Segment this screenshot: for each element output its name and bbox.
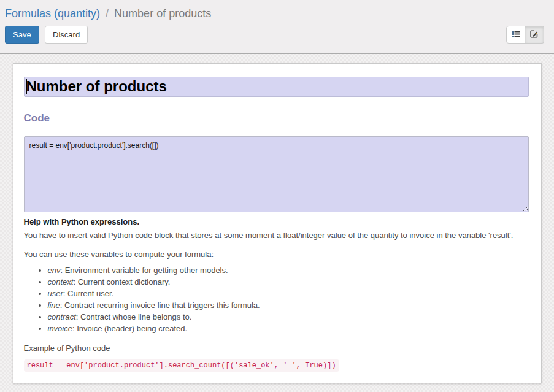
- list-icon: [511, 29, 521, 40]
- list-item: context: Current context dictionary.: [48, 277, 529, 286]
- form-view-button[interactable]: [525, 26, 544, 44]
- breadcrumb: Formulas (quantity) / Number of products: [5, 7, 544, 20]
- form-sheet: Code result = env['product.product'].sea…: [13, 63, 542, 383]
- list-item: line: Contract recurring invoice line th…: [48, 301, 529, 310]
- code-section-heading: Code: [24, 112, 529, 125]
- variable-description: : Current user.: [63, 289, 113, 298]
- variable-description: : Environment variable for getting other…: [60, 266, 228, 275]
- variable-term: contract: [48, 312, 76, 321]
- breadcrumb-parent-link[interactable]: Formulas (quantity): [5, 7, 100, 20]
- view-switcher: [506, 26, 544, 44]
- python-help-block: Help with Python expressions. You have t…: [24, 216, 529, 372]
- form-buttons: Save Discard: [5, 26, 88, 44]
- text-cursor: [26, 79, 27, 94]
- variable-term: context: [48, 277, 74, 286]
- breadcrumb-current: Number of products: [114, 7, 211, 20]
- form-view: Code result = env['product.product'].sea…: [0, 54, 554, 383]
- variable-term: invoice: [48, 324, 72, 333]
- variable-description: : Contract whose line belongs to.: [76, 312, 192, 321]
- list-view-button[interactable]: [506, 26, 525, 44]
- breadcrumb-separator: /: [106, 7, 109, 20]
- save-button[interactable]: Save: [5, 26, 39, 44]
- example-label: Example of Python code: [24, 343, 529, 353]
- list-item: env: Environment variable for getting ot…: [48, 266, 529, 275]
- variables-intro-text: You can use these variables to compute y…: [24, 249, 529, 259]
- record-title-field-wrap: [24, 77, 529, 97]
- variable-term: line: [48, 301, 60, 310]
- variable-term: env: [48, 266, 61, 275]
- discard-button[interactable]: Discard: [45, 26, 88, 44]
- edit-pencil-icon: [529, 29, 539, 40]
- variables-list: env: Environment variable for getting ot…: [24, 266, 529, 333]
- control-panel: Formulas (quantity) / Number of products…: [0, 0, 554, 54]
- record-title-input[interactable]: [24, 77, 529, 97]
- list-item: invoice: Invoice (header) being created.: [48, 324, 529, 333]
- variable-term: user: [48, 289, 63, 298]
- variable-description: : Contract recurring invoice line that t…: [60, 301, 260, 310]
- list-item: user: Current user.: [48, 289, 529, 298]
- code-textarea[interactable]: result = env['product.product'].search([…: [24, 136, 529, 212]
- variable-description: : Invoice (header) being created.: [72, 324, 187, 333]
- help-heading: Help with Python expressions.: [24, 216, 529, 228]
- list-item: contract: Contract whose line belongs to…: [48, 312, 529, 321]
- variable-description: : Current context dictionary.: [73, 277, 170, 286]
- example-code-snippet: result = env['product.product'].search_c…: [24, 359, 339, 372]
- help-intro-text: You have to insert valid Python code blo…: [24, 230, 529, 240]
